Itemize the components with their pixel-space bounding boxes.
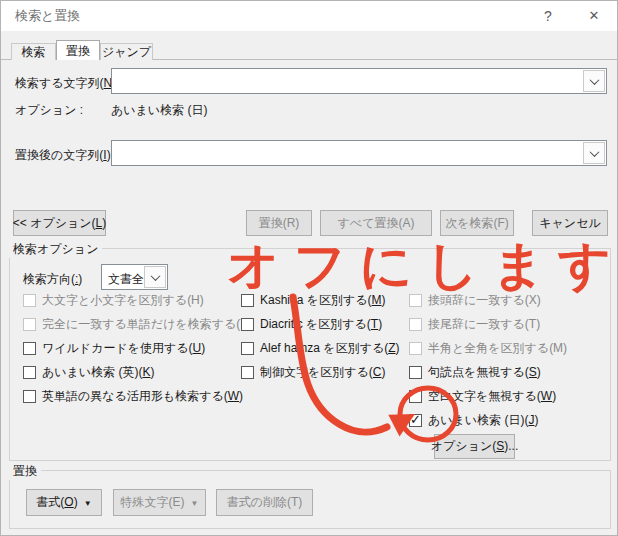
tab-replace[interactable]: 置換 — [56, 40, 100, 60]
replace-with-input[interactable] — [114, 142, 580, 164]
checkbox-fuzzy-japanese[interactable]: ✓ あいまい検索 (日)(J) — [409, 411, 538, 429]
chevron-down-icon — [150, 271, 160, 281]
checkbox-icon[interactable] — [23, 390, 36, 403]
less-options-button[interactable]: << オプション(L) — [13, 210, 106, 236]
checkbox-icon[interactable] — [241, 366, 254, 379]
checkbox-icon — [23, 294, 36, 307]
checkbox-word-forms[interactable]: 英単語の異なる活用形も検索する(W) — [23, 387, 243, 405]
replace-with-combobox[interactable] — [111, 140, 607, 166]
checkbox-halfwidth-fullwidth: 半角と全角を区別する(M) — [409, 339, 567, 357]
checkbox-icon — [409, 318, 422, 331]
checkbox-checked-icon[interactable]: ✓ — [409, 414, 422, 427]
find-what-dropdown-button[interactable] — [583, 70, 605, 92]
clear-formatting-button: 書式の削除(T) — [216, 489, 313, 516]
checkbox-icon[interactable] — [409, 390, 422, 403]
checkbox-icon[interactable] — [241, 342, 254, 355]
find-what-combobox[interactable] — [111, 68, 607, 94]
checkbox-ignore-whitespace[interactable]: 空白文字を無視する(W) — [409, 387, 556, 405]
checkbox-icon[interactable] — [241, 318, 254, 331]
tab-find[interactable]: 検索 — [11, 43, 56, 60]
format-button[interactable]: 書式(O)▼ — [26, 489, 102, 516]
options-caption: オプション : — [15, 102, 83, 119]
dropdown-caret-icon: ▼ — [191, 499, 199, 508]
annotation-text: オフにします — [227, 231, 618, 301]
chevron-down-icon — [589, 75, 599, 85]
checkbox-match-suffix: 接尾辞に一致する(T) — [409, 315, 540, 333]
special-character-button: 特殊文字(E)▼ — [113, 489, 206, 516]
replace-with-label: 置換後の文字列(I): — [15, 147, 114, 164]
checkbox-icon[interactable] — [409, 366, 422, 379]
chevron-down-icon — [589, 147, 599, 157]
replace-format-group-label: 置換 — [9, 463, 41, 480]
checkbox-fuzzy-english[interactable]: あいまい検索 (英)(K) — [23, 363, 154, 381]
checkbox-diacritics[interactable]: Diacritic を区別する(T) — [241, 315, 382, 333]
help-icon[interactable]: ? — [533, 1, 563, 31]
checkbox-match-case: 大文字と小文字を区別する(H) — [23, 291, 204, 309]
checkbox-whole-words: 完全に一致する単語だけを検索する(Y) — [23, 315, 252, 333]
search-direction-dropdown-button[interactable] — [144, 266, 166, 288]
checkbox-alef-hamza[interactable]: Alef hamza を区別する(Z) — [241, 339, 400, 357]
replace-with-dropdown-button[interactable] — [583, 142, 605, 164]
fuzzy-options-button[interactable]: オプション(S)... — [434, 434, 515, 459]
tab-goto[interactable]: ジャンプ — [100, 43, 153, 60]
checkbox-control-chars[interactable]: 制御文字を区別する(C) — [241, 363, 386, 381]
find-what-input[interactable] — [114, 70, 580, 92]
checkbox-icon — [409, 342, 422, 355]
options-value: あいまい検索 (日) — [111, 102, 207, 119]
close-icon[interactable]: ✕ — [579, 1, 609, 31]
checkbox-wildcards[interactable]: ワイルドカードを使用する(U) — [23, 339, 205, 357]
dialog-title: 検索と置換 — [15, 1, 80, 31]
checkbox-ignore-punctuation[interactable]: 句読点を無視する(S) — [409, 363, 541, 381]
titlebar: 検索と置換 ? ✕ — [1, 1, 617, 31]
search-direction-select[interactable]: 文書全体 — [101, 264, 168, 290]
checkbox-icon — [23, 318, 36, 331]
find-replace-dialog: 検索と置換 ? ✕ 検索 置換 ジャンプ 検索する文字列(N): オプション :… — [0, 0, 618, 536]
dropdown-caret-icon: ▼ — [84, 499, 92, 508]
checkbox-icon[interactable] — [23, 366, 36, 379]
find-what-label: 検索する文字列(N): — [15, 75, 120, 92]
checkbox-icon[interactable] — [23, 342, 36, 355]
search-options-group-label: 検索オプション — [9, 241, 102, 258]
search-direction-label: 検索方向(:) — [23, 271, 82, 288]
